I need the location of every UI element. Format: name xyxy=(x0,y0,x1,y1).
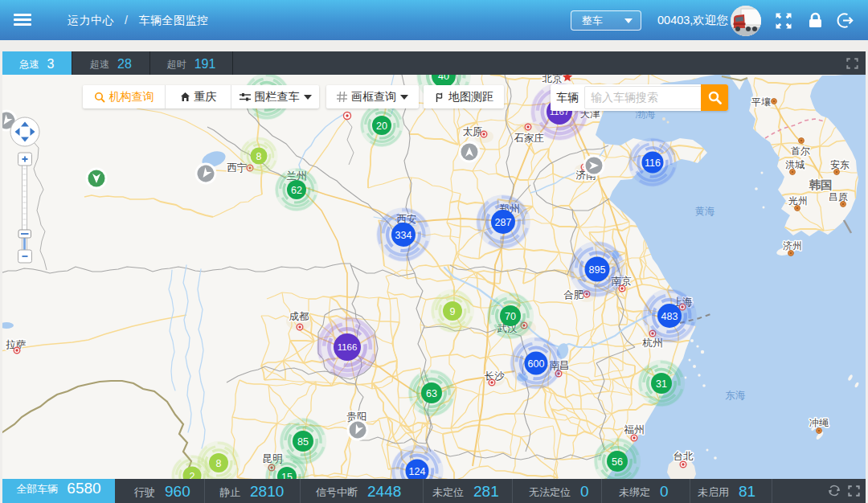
svg-text:334: 334 xyxy=(395,230,412,241)
svg-text:光州: 光州 xyxy=(788,195,808,207)
svg-text:483: 483 xyxy=(661,311,678,322)
svg-text:20: 20 xyxy=(376,121,387,132)
svg-text:1166: 1166 xyxy=(338,342,358,352)
svg-text:济州: 济州 xyxy=(783,240,802,251)
svg-text:冲绳: 冲绳 xyxy=(809,417,829,428)
svg-text:85: 85 xyxy=(297,436,309,448)
svg-text:洪城: 洪城 xyxy=(785,159,805,170)
svg-text:东海: 东海 xyxy=(726,390,747,401)
svg-text:成都: 成都 xyxy=(289,311,309,322)
svg-text:北京: 北京 xyxy=(542,75,563,84)
svg-text:8: 8 xyxy=(256,151,262,162)
svg-text:31: 31 xyxy=(656,378,667,390)
svg-text:9: 9 xyxy=(450,306,456,317)
svg-text:黄海: 黄海 xyxy=(695,206,716,217)
svg-text:56: 56 xyxy=(612,456,623,468)
svg-text:62: 62 xyxy=(291,185,302,196)
svg-text:韩国: 韩国 xyxy=(809,178,833,191)
svg-text:116: 116 xyxy=(645,157,661,169)
svg-text:台北: 台北 xyxy=(674,451,694,462)
svg-text:太原: 太原 xyxy=(463,126,483,137)
svg-text:8: 8 xyxy=(216,458,222,469)
svg-text:124: 124 xyxy=(409,466,426,477)
svg-text:首尔: 首尔 xyxy=(791,145,810,157)
svg-text:长沙: 长沙 xyxy=(485,370,506,382)
svg-text:平壤: 平壤 xyxy=(751,96,771,108)
svg-text:福州: 福州 xyxy=(624,424,645,436)
svg-text:石家庄: 石家庄 xyxy=(514,133,544,144)
svg-text:70: 70 xyxy=(505,311,516,322)
svg-text:895: 895 xyxy=(589,264,606,276)
svg-text:安东: 安东 xyxy=(830,159,850,170)
svg-text:40: 40 xyxy=(438,75,449,82)
svg-text:600: 600 xyxy=(528,358,545,370)
svg-text:63: 63 xyxy=(426,388,437,399)
svg-text:287: 287 xyxy=(495,217,512,228)
svg-text:昌原: 昌原 xyxy=(829,191,848,202)
